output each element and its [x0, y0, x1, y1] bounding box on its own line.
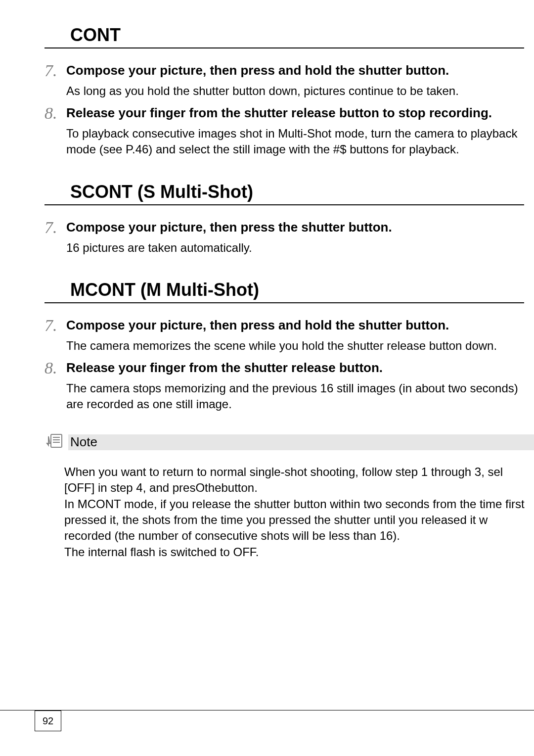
footer-divider — [0, 710, 534, 710]
scont-step-7: 7. Compose your picture, then press the … — [44, 219, 534, 256]
cont-step-7: 7. Compose your picture, then press and … — [44, 62, 534, 99]
step-description: 16 pictures are taken automatically. — [66, 240, 529, 256]
step-description: The camera stops memorizing and the prev… — [66, 380, 529, 413]
page-number-text: 92 — [43, 715, 53, 727]
step-number: 7. — [44, 219, 66, 236]
section-cont-title-block: CONT — [44, 25, 524, 48]
note-icon — [45, 432, 63, 452]
note-body: When you want to return to normal single… — [45, 464, 534, 560]
note-label-bar: Note — [68, 434, 534, 450]
section-mcont-title: MCONT (M Multi-Shot) — [44, 280, 524, 300]
section-mcont-title-block: MCONT (M Multi-Shot) — [44, 280, 524, 303]
mcont-step-7: 7. Compose your picture, then press and … — [44, 317, 534, 354]
step-body: Release your finger from the shutter rel… — [66, 105, 529, 158]
step-number: 8. — [44, 360, 66, 377]
step-description: The camera memorizes the scene while you… — [66, 338, 529, 354]
section-cont-title: CONT — [44, 25, 524, 46]
svg-rect-0 — [51, 434, 62, 447]
step-number: 7. — [44, 317, 66, 334]
step-body: Compose your picture, then press the shu… — [66, 219, 529, 256]
step-body: Release your finger from the shutter rel… — [66, 360, 529, 413]
page-number: 92 — [35, 710, 61, 731]
step-heading: Compose your picture, then press and hol… — [66, 62, 529, 79]
cont-step-8: 8. Release your finger from the shutter … — [44, 105, 534, 158]
section-scont-title-block: SCONT (S Multi-Shot) — [44, 182, 524, 205]
step-body: Compose your picture, then press and hol… — [66, 62, 529, 99]
step-number: 8. — [44, 105, 66, 122]
step-heading: Release your finger from the shutter rel… — [66, 360, 529, 377]
step-heading: Compose your picture, then press the shu… — [66, 219, 529, 236]
section-scont-title: SCONT (S Multi-Shot) — [44, 182, 524, 202]
note-block: Note When you want to return to normal s… — [45, 432, 534, 560]
step-description: To playback consecutive images shot in M… — [66, 126, 529, 158]
note-header: Note — [45, 432, 534, 452]
page-content: CONT 7. Compose your picture, then press… — [0, 0, 534, 560]
step-body: Compose your picture, then press and hol… — [66, 317, 529, 354]
step-heading: Release your finger from the shutter rel… — [66, 105, 529, 122]
step-number: 7. — [44, 62, 66, 79]
note-label: Note — [68, 434, 97, 450]
step-description: As long as you hold the shutter button d… — [66, 83, 529, 99]
step-heading: Compose your picture, then press and hol… — [66, 317, 529, 334]
mcont-step-8: 8. Release your finger from the shutter … — [44, 360, 534, 413]
